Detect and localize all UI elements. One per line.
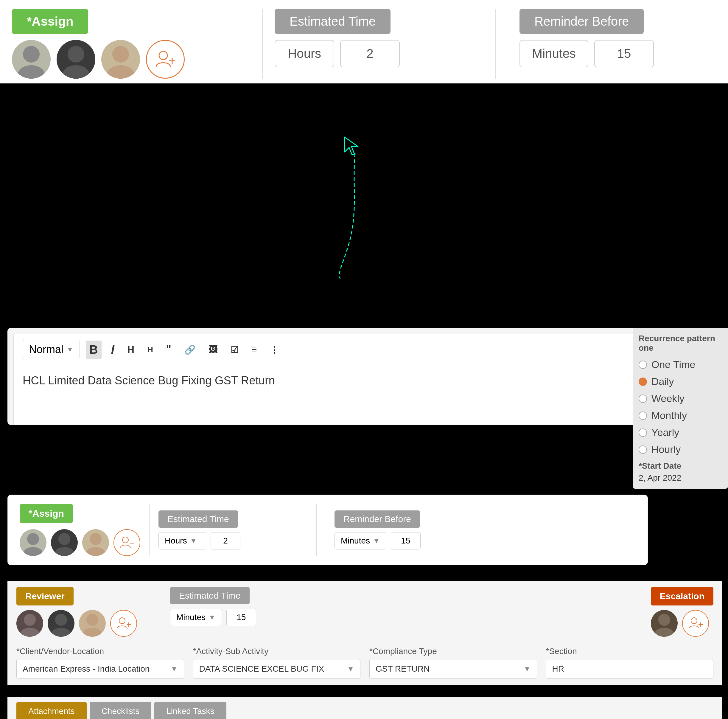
top-section: *Assign Estimated Time bbox=[0, 0, 728, 91]
svg-point-30 bbox=[691, 618, 697, 624]
client-vendor-value: American Express - India Location bbox=[23, 664, 171, 674]
reviewer-divider bbox=[146, 587, 146, 637]
section-group: *Section HR bbox=[546, 647, 714, 679]
list-button[interactable]: ≡ bbox=[248, 342, 261, 357]
dashed-curve bbox=[319, 153, 379, 279]
popup-minutes-select[interactable]: Minutes ▼ bbox=[335, 532, 386, 549]
svg-point-15 bbox=[86, 547, 105, 556]
radio-hourly bbox=[639, 446, 647, 454]
tab-linked-tasks[interactable]: Linked Tasks bbox=[154, 702, 226, 719]
tab-attachments[interactable]: Attachments bbox=[16, 702, 87, 719]
popup-reminder-section: Reminder Before Minutes ▼ 15 bbox=[335, 511, 636, 549]
recurrence-yearly[interactable]: Yearly bbox=[639, 427, 722, 438]
popup-hours-chevron: ▼ bbox=[190, 537, 197, 545]
compliance-select[interactable]: GST RETURN ▼ bbox=[369, 659, 537, 679]
svg-point-1 bbox=[18, 65, 45, 79]
editor-text: HCL Limited Data Science Bug Fixing GST … bbox=[23, 374, 275, 387]
assign-button[interactable]: *Assign bbox=[12, 9, 88, 34]
reminder-minutes-select[interactable]: Minutes bbox=[520, 40, 588, 67]
svg-point-6 bbox=[159, 51, 167, 60]
blockquote-button[interactable]: " bbox=[163, 341, 175, 358]
recurrence-panel: Recurrence pattern one One Time Daily We… bbox=[633, 328, 728, 489]
hours-value-input[interactable]: 2 bbox=[340, 40, 400, 67]
activity-select[interactable]: DATA SCIENCE EXCEL BUG FIX ▼ bbox=[193, 659, 361, 679]
svg-point-25 bbox=[119, 618, 125, 624]
fields-row: *Client/Vendor-Location American Express… bbox=[8, 641, 722, 685]
popup-hours-select[interactable]: Hours ▼ bbox=[159, 532, 206, 549]
black-area bbox=[0, 83, 728, 337]
heading1-button[interactable]: H bbox=[124, 342, 138, 357]
start-date-label: *Start Date bbox=[639, 461, 722, 471]
start-date-value[interactable]: 2, Apr 2022 bbox=[639, 473, 722, 483]
reviewer-avatar-3 bbox=[79, 610, 106, 637]
recurrence-daily[interactable]: Daily bbox=[639, 376, 722, 387]
escalation-button[interactable]: Escalation bbox=[651, 587, 713, 606]
reviewer-panel: Reviewer bbox=[16, 587, 137, 637]
svg-point-10 bbox=[27, 533, 39, 545]
reviewer-estimated-section: Estimated Time Minutes ▼ 15 bbox=[170, 587, 304, 626]
section-select[interactable]: HR bbox=[546, 659, 714, 679]
editor-content[interactable]: HCL Limited Data Science Bug Fixing GST … bbox=[14, 365, 716, 425]
recurrence-one-time[interactable]: One Time bbox=[639, 359, 722, 370]
divider-2 bbox=[495, 9, 496, 79]
italic-button[interactable]: I bbox=[107, 340, 118, 359]
popup-assignee-avatars bbox=[20, 529, 140, 556]
section-value: HR bbox=[552, 664, 707, 674]
recurrence-hourly[interactable]: Hourly bbox=[639, 444, 722, 455]
image-button[interactable]: 🖼 bbox=[205, 342, 221, 357]
tab-checklists[interactable]: Checklists bbox=[90, 702, 151, 719]
avatar-3 bbox=[101, 40, 140, 79]
bold-button[interactable]: B bbox=[86, 340, 102, 359]
svg-point-24 bbox=[83, 628, 102, 637]
editor-toolbar: Normal ▼ B I H H " 🔗 🖼 ☑ ≡ ⋮ bbox=[14, 334, 716, 365]
reviewer-avatars bbox=[16, 610, 137, 637]
recurrence-weekly[interactable]: Weekly bbox=[639, 393, 722, 404]
activity-value: DATA SCIENCE EXCEL BUG FIX bbox=[199, 664, 347, 674]
popup-assign-button[interactable]: *Assign bbox=[20, 504, 73, 523]
client-vendor-label: *Client/Vendor-Location bbox=[16, 647, 184, 656]
ordered-list-button[interactable]: ⋮ bbox=[266, 342, 282, 357]
add-assignee-button[interactable] bbox=[146, 40, 185, 79]
format-select[interactable]: Normal ▼ bbox=[23, 340, 80, 359]
reviewer-minutes-chevron: ▼ bbox=[208, 613, 216, 622]
recurrence-one-time-label: One Time bbox=[652, 359, 695, 370]
check-button[interactable]: ☑ bbox=[227, 342, 242, 357]
svg-point-20 bbox=[20, 628, 39, 637]
client-vendor-select[interactable]: American Express - India Location ▼ bbox=[16, 659, 184, 679]
svg-point-2 bbox=[67, 46, 84, 63]
popup-add-assignee-button[interactable] bbox=[113, 529, 140, 556]
start-date-section: *Start Date 2, Apr 2022 bbox=[639, 461, 722, 483]
svg-point-23 bbox=[86, 614, 98, 626]
reviewer-minutes-value[interactable]: 15 bbox=[226, 609, 256, 626]
radio-monthly bbox=[639, 411, 647, 420]
reviewer-button[interactable]: Reviewer bbox=[16, 587, 73, 606]
popup-avatar-3 bbox=[82, 529, 109, 556]
svg-point-13 bbox=[55, 547, 74, 556]
popup-estimated-label: Estimated Time bbox=[159, 511, 238, 528]
popup-minutes-value[interactable]: 15 bbox=[391, 532, 421, 549]
popup-reminder-label: Reminder Before bbox=[335, 511, 420, 528]
popup-estimated-section: Estimated Time Hours ▼ 2 bbox=[159, 511, 307, 549]
reviewer-add-button[interactable] bbox=[110, 610, 137, 637]
reviewer-minutes-select[interactable]: Minutes ▼ bbox=[170, 609, 222, 626]
reminder-minutes-value[interactable]: 15 bbox=[594, 40, 654, 67]
heading2-button[interactable]: H bbox=[144, 343, 157, 357]
recurrence-monthly[interactable]: Monthly bbox=[639, 410, 722, 421]
radio-yearly bbox=[639, 428, 647, 437]
popup-assign-section: *Assign bbox=[20, 504, 140, 556]
link-button[interactable]: 🔗 bbox=[181, 342, 199, 357]
svg-point-19 bbox=[24, 614, 36, 626]
client-vendor-chevron: ▼ bbox=[171, 665, 178, 673]
escalation-add-button[interactable] bbox=[682, 610, 709, 637]
estimated-time-panel: Estimated Time Hours 2 bbox=[275, 9, 483, 67]
assign-panel: *Assign bbox=[12, 9, 250, 79]
svg-point-28 bbox=[658, 614, 670, 626]
reviewer-time-row: Minutes ▼ 15 bbox=[170, 609, 304, 626]
avatar-2 bbox=[57, 40, 95, 79]
hours-select[interactable]: Hours bbox=[275, 40, 334, 67]
popup-hours-value[interactable]: 2 bbox=[211, 532, 240, 549]
estimated-time-label: Estimated Time bbox=[275, 9, 390, 34]
svg-point-11 bbox=[23, 547, 43, 556]
popup-divider-1 bbox=[149, 504, 150, 556]
recurrence-monthly-label: Monthly bbox=[652, 410, 687, 421]
